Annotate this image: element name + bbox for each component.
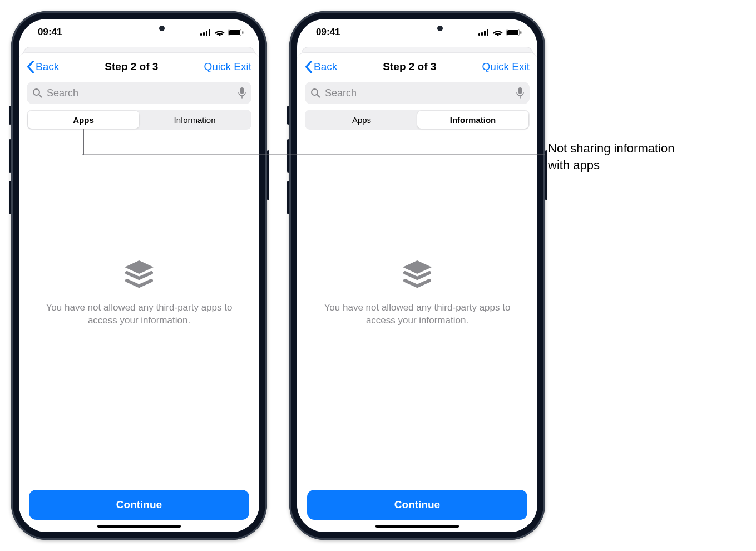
continue-label: Continue (116, 499, 162, 511)
nav-title: Step 2 of 3 (383, 61, 436, 73)
status-indicators (200, 29, 244, 36)
back-label: Back (36, 61, 59, 73)
callout-anchor (473, 129, 473, 155)
iphone-frame: 09:41 Back Step 2 of 3 Quick Exit (289, 11, 545, 540)
chevron-left-icon (27, 61, 34, 73)
segment-apps[interactable]: Apps (306, 111, 417, 129)
wifi-icon (215, 29, 225, 36)
status-indicators (478, 29, 522, 36)
svg-rect-0 (200, 33, 202, 36)
segment-label: Information (174, 115, 215, 125)
phone-side-button (9, 181, 11, 214)
segmented-control: Apps Information (305, 110, 530, 130)
phone-side-button (9, 106, 11, 125)
iphone-frame: 09:41 Back Step 2 of 3 Quick Exit (11, 11, 267, 540)
back-button[interactable]: Back (305, 61, 337, 73)
svg-rect-13 (484, 31, 486, 36)
empty-state: You have not allowed any third-party app… (297, 96, 537, 490)
sheet: Back Step 2 of 3 Quick Exit Apps (19, 52, 259, 532)
svg-rect-17 (520, 31, 522, 34)
segment-label: Information (450, 115, 496, 125)
chevron-left-icon (305, 61, 313, 73)
svg-rect-9 (240, 87, 244, 94)
phone-side-button (545, 150, 547, 200)
status-bar: 09:41 (19, 19, 259, 46)
svg-rect-16 (507, 30, 518, 35)
empty-state: You have not allowed any third-party app… (19, 96, 259, 490)
status-time: 09:41 (316, 27, 340, 38)
nav-bar: Back Step 2 of 3 Quick Exit (19, 53, 259, 81)
segment-information[interactable]: Information (417, 111, 528, 129)
status-bar: 09:41 (297, 19, 537, 46)
battery-icon (506, 29, 522, 36)
quick-exit-button[interactable]: Quick Exit (482, 61, 530, 73)
cellular-icon (478, 29, 490, 36)
nav-title: Step 2 of 3 (105, 61, 158, 73)
screen: 09:41 Back Step 2 of 3 Quick Exit (19, 19, 259, 532)
wifi-icon (493, 29, 503, 36)
cellular-icon (200, 29, 211, 36)
continue-button[interactable]: Continue (307, 490, 527, 520)
home-indicator[interactable] (97, 525, 181, 528)
svg-rect-2 (206, 31, 207, 36)
phone-side-button (267, 150, 269, 200)
phone-side-button (9, 139, 11, 173)
continue-label: Continue (394, 499, 440, 511)
svg-rect-12 (481, 32, 483, 36)
battery-icon (228, 29, 244, 36)
screen: 09:41 Back Step 2 of 3 Quick Exit (297, 19, 537, 532)
sheet: Back Step 2 of 3 Quick Exit Apps Informa… (297, 52, 537, 532)
segmented-control: Apps Information (27, 110, 251, 130)
stack-icon (399, 259, 435, 292)
nav-bar: Back Step 2 of 3 Quick Exit (297, 53, 537, 81)
segment-information[interactable]: Information (139, 111, 250, 129)
svg-rect-11 (478, 33, 480, 36)
svg-rect-14 (487, 29, 488, 36)
empty-state-text: You have not allowed any third-party app… (317, 302, 517, 327)
phone-side-button (287, 181, 289, 214)
home-indicator[interactable] (375, 525, 459, 528)
segment-label: Apps (73, 115, 94, 125)
continue-button[interactable]: Continue (29, 490, 249, 520)
back-label: Back (314, 61, 337, 73)
svg-rect-5 (229, 30, 240, 35)
svg-rect-6 (242, 31, 244, 34)
phone-side-button (287, 139, 289, 173)
svg-rect-1 (203, 32, 205, 36)
segment-label: Apps (352, 115, 371, 125)
phone-side-button (287, 106, 289, 125)
callout-anchor (83, 129, 84, 155)
empty-state-text: You have not allowed any third-party app… (39, 302, 239, 327)
back-button[interactable]: Back (27, 61, 59, 73)
svg-rect-3 (209, 29, 210, 36)
quick-exit-button[interactable]: Quick Exit (204, 61, 251, 73)
stack-icon (121, 259, 157, 292)
status-time: 09:41 (38, 27, 62, 38)
segment-apps[interactable]: Apps (28, 111, 139, 129)
svg-rect-20 (518, 87, 522, 94)
